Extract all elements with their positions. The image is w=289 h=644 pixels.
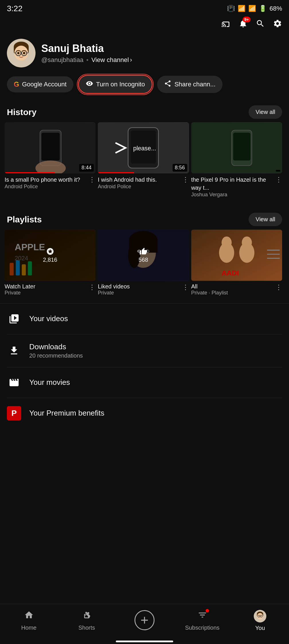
profile-section: Sanuj Bhatia @sanujbhatiaa • View channe… <box>0 33 289 72</box>
video-progress-1 <box>98 172 134 173</box>
video-more-icon-0[interactable]: ⋮ <box>87 176 95 184</box>
playlists-view-all[interactable]: View all <box>249 213 282 226</box>
incognito-icon <box>86 80 93 89</box>
video-more-icon-2[interactable]: ⋮ <box>274 176 282 184</box>
history-view-all[interactable]: View all <box>249 105 282 119</box>
playlist-card-0[interactable]: APPLE 2024 2,816 Watch Later Private ⋮ <box>5 230 95 296</box>
home-icon <box>24 610 34 622</box>
status-time: 3:22 <box>7 4 23 13</box>
playlist-card-1[interactable]: 568 Liked videos Private ⋮ <box>98 230 189 296</box>
video-channel-1: Android Police <box>98 184 157 191</box>
you-avatar <box>254 610 266 622</box>
google-icon: G <box>14 80 19 88</box>
history-video-row: 8:44 Is a small Pro phone worth it? Andr… <box>0 122 289 200</box>
menu-item-downloads[interactable]: Downloads 20 recommendations <box>0 334 289 367</box>
svg-line-8 <box>27 53 28 53</box>
video-more-icon-1[interactable]: ⋮ <box>180 176 189 184</box>
svg-line-7 <box>14 53 16 53</box>
shorts-label: Shorts <box>78 624 95 631</box>
playlist-more-icon-0[interactable]: ⋮ <box>87 283 95 291</box>
share-channel-chip[interactable]: Share chann... <box>157 76 222 93</box>
video-title-2: the Pixel 9 Pro in Hazel is the way t... <box>191 176 274 192</box>
profile-name: Sanuj Bhatia <box>41 42 132 55</box>
svg-rect-13 <box>42 133 60 160</box>
share-icon <box>164 80 171 89</box>
your-videos-icon <box>7 312 21 326</box>
svg-point-9 <box>17 52 19 54</box>
playlist-info-1: Liked videos Private ⋮ <box>98 281 189 296</box>
nav-item-shorts[interactable]: Shorts <box>58 610 116 631</box>
video-title-0: Is a small Pro phone worth it? <box>5 176 80 184</box>
profile-handle: @sanujbhatiaa • View channel › <box>41 56 132 64</box>
svg-text:AADI: AADI <box>221 269 239 277</box>
playlist-row: APPLE 2024 2,816 Watch Later Private ⋮ <box>0 230 289 296</box>
playlist-title-2: All <box>191 283 228 290</box>
avatar[interactable] <box>7 39 36 67</box>
nav-item-home[interactable]: Home <box>0 610 58 631</box>
video-info-1: I wish Android had this. Android Police … <box>98 173 189 192</box>
history-section-header: History View all <box>0 100 289 122</box>
playlist-title-1: Liked videos <box>98 283 130 290</box>
profile-info: Sanuj Bhatia @sanujbhatiaa • View channe… <box>41 42 132 64</box>
you-label: You <box>255 625 265 631</box>
video-title-1: I wish Android had this. <box>98 176 157 184</box>
incognito-chip[interactable]: Turn on Incognito <box>78 75 153 94</box>
video-card-1[interactable]: please... 8:56 I wish Android had this. … <box>98 122 189 200</box>
top-nav: 9+ <box>0 16 289 33</box>
history-title: History <box>7 107 36 117</box>
view-channel-link[interactable]: View channel › <box>91 56 132 64</box>
playlist-count-overlay-1: 568 <box>98 230 189 281</box>
playlists-title: Playlists <box>7 215 42 224</box>
video-thumb-0: 8:44 <box>5 122 95 173</box>
playlist-sub-2: Private · Playlist <box>191 290 228 296</box>
cast-icon[interactable] <box>221 19 231 30</box>
bottom-nav: Home Shorts Subscriptions <box>0 604 289 644</box>
svg-point-42 <box>221 236 231 249</box>
action-chips: G Google Account Turn on Incognito Share… <box>0 72 289 100</box>
your-movies-label: Your movies <box>29 378 70 387</box>
svg-point-10 <box>23 52 25 54</box>
menu-item-premium[interactable]: P Your Premium benefits <box>0 398 289 428</box>
playlist-info-0: Watch Later Private ⋮ <box>5 281 95 296</box>
your-movies-icon <box>7 375 21 390</box>
video-progress-0 <box>5 172 55 173</box>
search-icon[interactable] <box>256 19 265 30</box>
svg-rect-21 <box>233 133 250 160</box>
playlist-thumb-2: AADI <box>191 230 282 281</box>
menu-item-your-videos[interactable]: Your videos <box>0 304 289 334</box>
status-icons: 📳 📶 📶 🔋 68% <box>227 5 282 12</box>
nav-item-you[interactable]: You <box>231 610 289 631</box>
video-info-2: the Pixel 9 Pro in Hazel is the way t...… <box>191 173 282 200</box>
notifications-icon[interactable]: 9+ <box>239 19 248 30</box>
playlist-title-0: Watch Later <box>5 283 35 290</box>
subscriptions-icon <box>198 610 207 622</box>
nav-item-subscriptions[interactable]: Subscriptions <box>173 610 231 631</box>
downloads-icon <box>7 344 21 358</box>
create-button[interactable] <box>134 610 155 630</box>
playlist-more-icon-2[interactable]: ⋮ <box>274 283 282 291</box>
google-account-chip[interactable]: G Google Account <box>7 76 73 92</box>
playlist-more-icon-1[interactable]: ⋮ <box>180 283 189 291</box>
video-card-2[interactable]: the Pixel 9 Pro in Hazel is the way t...… <box>191 122 282 200</box>
playlist-card-2[interactable]: AADI All Private · Playlist ⋮ <box>191 230 282 296</box>
battery-icon: 🔋 <box>259 5 267 12</box>
playlist-info-2: All Private · Playlist ⋮ <box>191 281 282 296</box>
svg-point-44 <box>242 236 252 249</box>
menu-item-your-movies[interactable]: Your movies <box>0 367 289 398</box>
playlist-sub-1: Private <box>98 290 130 296</box>
video-channel-2: Joshua Vergara <box>191 192 274 199</box>
settings-icon[interactable] <box>273 19 282 30</box>
playlist-thumb-0: APPLE 2024 2,816 <box>5 230 95 281</box>
menu-section: Your videos Downloads 20 recommendations… <box>0 303 289 428</box>
home-label: Home <box>21 624 36 631</box>
signal-icon: 📶 <box>248 5 256 12</box>
video-card-0[interactable]: 8:44 Is a small Pro phone worth it? Andr… <box>5 122 95 200</box>
downloads-text: Downloads 20 recommendations <box>29 342 83 359</box>
nav-item-create[interactable] <box>116 610 173 631</box>
subscriptions-label: Subscriptions <box>185 624 220 631</box>
vibrate-icon: 📳 <box>227 5 235 12</box>
notification-badge: 9+ <box>243 17 251 22</box>
video-duration-2 <box>276 170 280 172</box>
video-thumb-1: please... 8:56 <box>98 122 189 173</box>
your-videos-label: Your videos <box>29 314 68 323</box>
